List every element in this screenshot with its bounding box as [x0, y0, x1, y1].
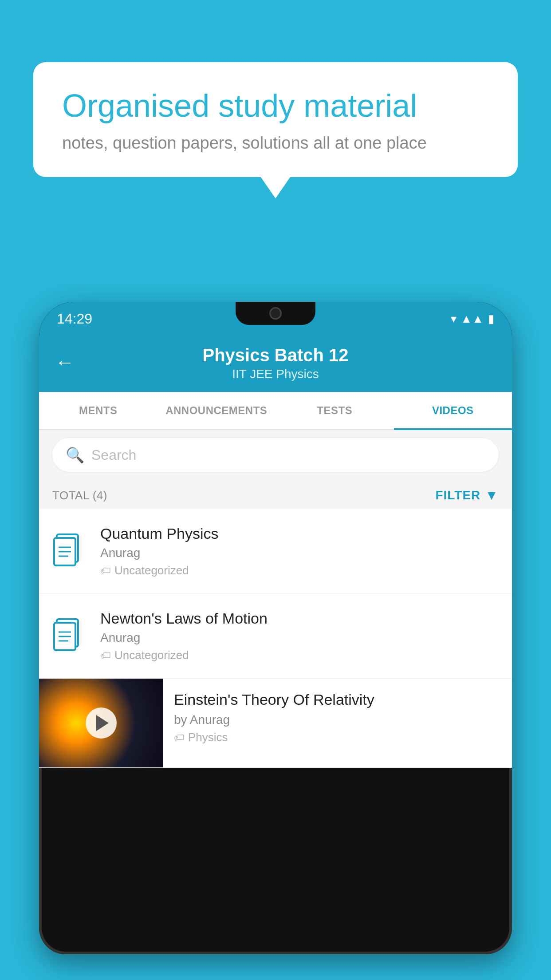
tab-announcements[interactable]: ANNOUNCEMENTS — [157, 392, 276, 429]
list-item[interactable]: Newton's Laws of Motion Anurag 🏷 Uncateg… — [39, 594, 512, 679]
video-list: Quantum Physics Anurag 🏷 Uncategorized — [39, 509, 512, 768]
video-tag: 🏷 Uncategorized — [100, 564, 499, 577]
status-time: 14:29 — [57, 311, 92, 327]
app-header: ← Physics Batch 12 IIT JEE Physics — [39, 332, 512, 392]
video-author: Anurag — [100, 546, 499, 560]
phone-notch — [236, 302, 315, 325]
video-title: Einstein's Theory Of Relativity — [174, 691, 501, 708]
bubble-title: Organised study material — [62, 87, 489, 125]
speech-bubble: Organised study material notes, question… — [33, 62, 518, 177]
tab-ments[interactable]: MENTS — [39, 392, 157, 429]
search-bar-wrap: 🔍 Search — [39, 430, 512, 480]
filter-button[interactable]: FILTER ▼ — [435, 488, 499, 503]
back-button[interactable]: ← — [55, 351, 75, 373]
video-thumbnail — [39, 679, 163, 767]
tab-bar: MENTS ANNOUNCEMENTS TESTS VIDEOS — [39, 392, 512, 430]
tag-icon: 🏷 — [100, 565, 111, 577]
total-label: TOTAL (4) — [52, 489, 107, 502]
tag-label: Uncategorized — [114, 648, 189, 662]
video-author: by Anurag — [174, 713, 501, 727]
header-title: Physics Batch 12 — [57, 345, 494, 365]
file-icon — [52, 532, 88, 571]
file-icon — [52, 616, 88, 656]
wifi-icon: ▾ — [451, 312, 457, 326]
play-icon — [96, 715, 109, 731]
list-item[interactable]: Einstein's Theory Of Relativity by Anura… — [39, 679, 512, 768]
video-info: Newton's Laws of Motion Anurag 🏷 Uncateg… — [100, 610, 499, 662]
phone-wrapper: 14:29 ▾ ▲▲ ▮ ← Physics Batch 12 IIT JEE … — [39, 302, 512, 980]
video-tag: 🏷 Physics — [174, 731, 501, 744]
video-info: Quantum Physics Anurag 🏷 Uncategorized — [100, 525, 499, 577]
filter-label: FILTER — [435, 488, 480, 502]
front-camera — [269, 307, 282, 320]
video-title: Newton's Laws of Motion — [100, 610, 499, 627]
search-bar[interactable]: 🔍 Search — [52, 438, 499, 472]
speech-bubble-area: Organised study material notes, question… — [33, 62, 518, 177]
status-icons: ▾ ▲▲ ▮ — [451, 312, 494, 326]
tag-label: Physics — [188, 731, 228, 744]
phone: 14:29 ▾ ▲▲ ▮ ← Physics Batch 12 IIT JEE … — [39, 302, 512, 954]
search-icon: 🔍 — [66, 446, 84, 464]
search-placeholder: Search — [91, 447, 136, 463]
phone-screen: 14:29 ▾ ▲▲ ▮ ← Physics Batch 12 IIT JEE … — [39, 302, 512, 954]
video-title: Quantum Physics — [100, 525, 499, 542]
filter-icon: ▼ — [485, 488, 499, 503]
play-button[interactable] — [86, 707, 117, 739]
signal-icon: ▲▲ — [461, 312, 484, 326]
tab-videos[interactable]: VIDEOS — [394, 392, 512, 429]
list-item[interactable]: Quantum Physics Anurag 🏷 Uncategorized — [39, 509, 512, 594]
tag-label: Uncategorized — [114, 564, 189, 577]
filter-row: TOTAL (4) FILTER ▼ — [39, 480, 512, 509]
battery-icon: ▮ — [488, 312, 494, 326]
tab-tests[interactable]: TESTS — [276, 392, 394, 429]
tag-icon: 🏷 — [100, 649, 111, 662]
video-info: Einstein's Theory Of Relativity by Anura… — [163, 679, 512, 757]
video-author: Anurag — [100, 631, 499, 645]
bubble-subtitle: notes, question papers, solutions all at… — [62, 134, 489, 153]
header-subtitle: IIT JEE Physics — [57, 367, 494, 381]
tag-icon: 🏷 — [174, 731, 185, 744]
video-tag: 🏷 Uncategorized — [100, 648, 499, 662]
